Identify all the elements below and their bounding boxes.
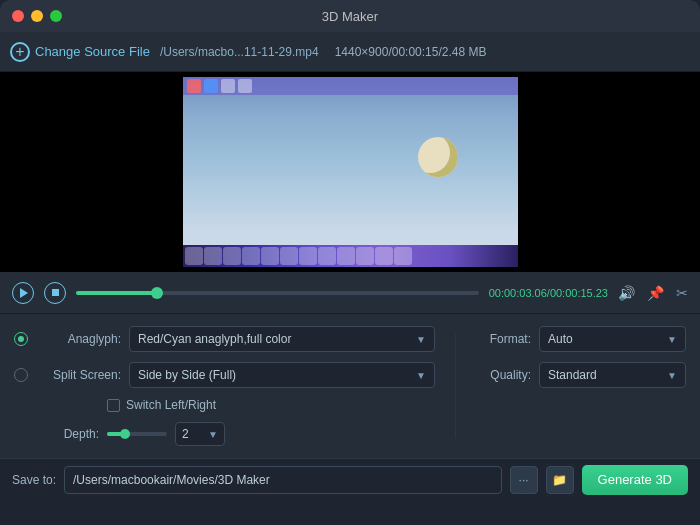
depth-slider-thumb bbox=[120, 429, 130, 439]
file-meta: 1440×900/00:00:15/2.48 MB bbox=[335, 45, 487, 59]
options-right: Format: Auto ▼ Quality: Standard ▼ bbox=[476, 326, 686, 446]
progress-track[interactable] bbox=[76, 291, 479, 295]
quality-arrow: ▼ bbox=[667, 370, 677, 381]
video-top-strip bbox=[183, 77, 518, 95]
taskbar-icon-3 bbox=[223, 247, 241, 265]
options-left: Anaglyph: Red/Cyan anaglyph,full color ▼… bbox=[14, 326, 435, 446]
progress-fill bbox=[76, 291, 157, 295]
folder-button[interactable]: 📁 bbox=[546, 466, 574, 494]
video-moon bbox=[418, 137, 458, 177]
video-top-icon-1 bbox=[187, 79, 201, 93]
options-divider bbox=[455, 334, 456, 438]
quality-label: Quality: bbox=[476, 368, 531, 382]
split-screen-row: Split Screen: Side by Side (Full) ▼ bbox=[14, 362, 435, 388]
stop-button[interactable] bbox=[44, 282, 66, 304]
toolbar: + Change Source File /Users/macbo...11-1… bbox=[0, 32, 700, 72]
split-screen-label: Split Screen: bbox=[36, 368, 121, 382]
format-row: Format: Auto ▼ bbox=[476, 326, 686, 352]
quality-select[interactable]: Standard ▼ bbox=[539, 362, 686, 388]
anaglyph-value: Red/Cyan anaglyph,full color bbox=[138, 332, 291, 346]
taskbar-icon-10 bbox=[356, 247, 374, 265]
video-top-icon-3 bbox=[221, 79, 235, 93]
time-total: 00:00:15.23 bbox=[550, 287, 608, 299]
file-path: /Users/macbo...11-11-29.mp4 bbox=[160, 45, 319, 59]
window-title: 3D Maker bbox=[322, 9, 378, 24]
change-source-button[interactable]: + Change Source File bbox=[10, 42, 150, 62]
maximize-button[interactable] bbox=[50, 10, 62, 22]
bottom-bar: Save to: /Users/macbookair/Movies/3D Mak… bbox=[0, 458, 700, 500]
folder-icon: 📁 bbox=[552, 473, 567, 487]
playback-icons: 🔊 📌 ✂ bbox=[618, 285, 688, 301]
depth-row: Depth: 2 ▼ bbox=[14, 422, 435, 446]
title-bar: 3D Maker bbox=[0, 0, 700, 32]
taskbar-icon-9 bbox=[337, 247, 355, 265]
plus-icon: + bbox=[10, 42, 30, 62]
split-screen-select[interactable]: Side by Side (Full) ▼ bbox=[129, 362, 435, 388]
volume-icon[interactable]: 🔊 bbox=[618, 285, 635, 301]
format-arrow: ▼ bbox=[667, 334, 677, 345]
video-preview bbox=[183, 77, 518, 267]
taskbar-icon-1 bbox=[185, 247, 203, 265]
play-button[interactable] bbox=[12, 282, 34, 304]
taskbar-icon-11 bbox=[375, 247, 393, 265]
format-label: Format: bbox=[476, 332, 531, 346]
minimize-button[interactable] bbox=[31, 10, 43, 22]
depth-arrow: ▼ bbox=[208, 429, 218, 440]
time-display: 00:00:03.06/00:00:15.23 bbox=[489, 287, 608, 299]
taskbar-icon-2 bbox=[204, 247, 222, 265]
depth-slider[interactable] bbox=[107, 432, 167, 436]
taskbar-icon-5 bbox=[261, 247, 279, 265]
taskbar-icon-12 bbox=[394, 247, 412, 265]
switch-label: Switch Left/Right bbox=[126, 398, 216, 412]
bottom-icons: ··· 📁 bbox=[510, 466, 574, 494]
time-current: 00:00:03.06 bbox=[489, 287, 547, 299]
split-screen-arrow: ▼ bbox=[416, 370, 426, 381]
video-area bbox=[0, 72, 700, 272]
anaglyph-radio[interactable] bbox=[14, 332, 28, 346]
anaglyph-arrow: ▼ bbox=[416, 334, 426, 345]
anaglyph-row: Anaglyph: Red/Cyan anaglyph,full color ▼ bbox=[14, 326, 435, 352]
close-button[interactable] bbox=[12, 10, 24, 22]
format-select[interactable]: Auto ▼ bbox=[539, 326, 686, 352]
video-top-icon-2 bbox=[204, 79, 218, 93]
scissors-icon[interactable]: ✂ bbox=[676, 285, 688, 301]
video-taskbar bbox=[183, 245, 518, 267]
taskbar-icon-4 bbox=[242, 247, 260, 265]
anaglyph-select[interactable]: Red/Cyan anaglyph,full color ▼ bbox=[129, 326, 435, 352]
save-label: Save to: bbox=[12, 473, 56, 487]
generate-button[interactable]: Generate 3D bbox=[582, 465, 688, 495]
taskbar-icon-7 bbox=[299, 247, 317, 265]
pin-icon[interactable]: 📌 bbox=[647, 285, 664, 301]
change-source-label: Change Source File bbox=[35, 44, 150, 59]
taskbar-icon-6 bbox=[280, 247, 298, 265]
switch-row: Switch Left/Right bbox=[107, 398, 435, 412]
video-top-icon-4 bbox=[238, 79, 252, 93]
switch-checkbox[interactable] bbox=[107, 399, 120, 412]
save-path: /Users/macbookair/Movies/3D Maker bbox=[73, 473, 270, 487]
split-screen-value: Side by Side (Full) bbox=[138, 368, 236, 382]
quality-value: Standard bbox=[548, 368, 597, 382]
file-info: /Users/macbo...11-11-29.mp4 1440×900/00:… bbox=[160, 45, 487, 59]
video-background bbox=[183, 77, 518, 267]
save-path-input[interactable]: /Users/macbookair/Movies/3D Maker bbox=[64, 466, 502, 494]
depth-value: 2 bbox=[182, 427, 189, 441]
split-screen-radio[interactable] bbox=[14, 368, 28, 382]
options-panel: Anaglyph: Red/Cyan anaglyph,full color ▼… bbox=[0, 314, 700, 458]
playback-bar: 00:00:03.06/00:00:15.23 🔊 📌 ✂ bbox=[0, 272, 700, 314]
traffic-lights bbox=[12, 10, 62, 22]
format-value: Auto bbox=[548, 332, 573, 346]
dots-icon: ··· bbox=[519, 473, 529, 487]
more-options-button[interactable]: ··· bbox=[510, 466, 538, 494]
anaglyph-label: Anaglyph: bbox=[36, 332, 121, 346]
depth-label: Depth: bbox=[14, 427, 99, 441]
depth-select[interactable]: 2 ▼ bbox=[175, 422, 225, 446]
quality-row: Quality: Standard ▼ bbox=[476, 362, 686, 388]
taskbar-icon-8 bbox=[318, 247, 336, 265]
play-icon bbox=[20, 288, 28, 298]
progress-thumb bbox=[151, 287, 163, 299]
stop-icon bbox=[52, 289, 59, 296]
